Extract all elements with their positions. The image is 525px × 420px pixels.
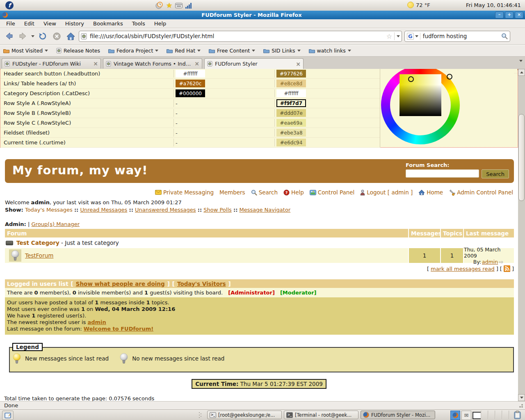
minimize-button[interactable]: – — [495, 11, 504, 18]
star-applet-icon[interactable]: ★ — [166, 2, 172, 9]
resize-grip[interactable] — [519, 403, 524, 408]
show-desktop-button[interactable] — [2, 411, 14, 420]
color-swatch[interactable]: #000000 — [176, 89, 205, 97]
web-search-box[interactable]: G — [404, 31, 510, 42]
nav-search[interactable]: Search — [251, 189, 278, 196]
taskbar-window-terminal-2[interactable]: >_ [Terminal - root@geek... — [284, 411, 358, 419]
saturation-value-square[interactable] — [399, 74, 441, 116]
weather-applet[interactable]: 72 °F — [407, 2, 430, 8]
bookmark-watch-links[interactable]: watch links — [309, 48, 351, 54]
color-wheel[interactable] — [381, 69, 460, 144]
color-swatch[interactable]: #e8ce8d — [276, 80, 306, 87]
firefox-launcher-icon[interactable]: f — [5, 1, 14, 10]
menu-edit[interactable]: Edit — [21, 20, 38, 27]
link-unanswered-messages[interactable]: Unanswered Messages — [135, 207, 196, 213]
stop-button[interactable] — [51, 30, 62, 42]
saturation-marker[interactable] — [408, 76, 414, 82]
nav-home[interactable]: Home — [418, 189, 443, 196]
link-todays-messages[interactable]: Today's Messages — [25, 207, 73, 213]
tab-close-icon[interactable]: × — [194, 60, 199, 67]
color-swatch[interactable]: #ebe3a8 — [276, 129, 306, 137]
tab-close-icon[interactable]: × — [93, 60, 98, 67]
menu-history[interactable]: History — [62, 20, 88, 27]
rss-icon[interactable] — [504, 265, 510, 272]
bookmark-fedora-project[interactable]: Fedora Project — [108, 48, 158, 54]
category-collapse-icon[interactable] — [6, 241, 13, 245]
bookmark-red-hat[interactable]: Red Hat — [167, 48, 201, 54]
url-bar[interactable]: ☆ — [79, 31, 402, 42]
bookmark-release-notes[interactable]: Release Notes — [56, 48, 100, 54]
taskbar-drag-handle[interactable] — [199, 412, 202, 418]
tray-clipboard-icon[interactable] — [514, 411, 521, 419]
tab-fudforum-styler[interactable]: FUDforum Styler × — [204, 58, 304, 69]
home-button[interactable] — [65, 30, 76, 42]
menu-file[interactable]: File — [2, 20, 19, 27]
bookmark-sid-links[interactable]: SID Links — [263, 48, 300, 54]
link-newest-user[interactable]: admin — [87, 319, 106, 325]
link-unread-messages[interactable]: Unread Messages — [80, 207, 127, 213]
forum-link-testforum[interactable]: TestForum — [25, 252, 53, 259]
bookmark-star-icon[interactable]: ☆ — [386, 32, 392, 40]
link-welcome-to-fudforum[interactable]: Welcome to FUDforum! — [84, 326, 153, 332]
tab-fudstyler-wiki[interactable]: FUDstyler - FUDforum Wiki × — [2, 58, 101, 68]
taskbar-window-firefox[interactable]: FUDforum Styler - Mozi... — [361, 411, 435, 419]
forum-search-input[interactable] — [406, 169, 479, 178]
nav-members[interactable]: Members — [219, 189, 245, 196]
scroll-up-button[interactable] — [518, 69, 525, 76]
link-mark-all-read[interactable]: mark all messages read — [431, 266, 495, 272]
color-swatch[interactable]: #977626 — [276, 70, 306, 78]
keyboard-applet-icon[interactable] — [175, 3, 183, 8]
category-name[interactable]: Test Category — [16, 240, 59, 246]
last-message-user[interactable]: admin — [482, 259, 498, 265]
maximize-button[interactable]: + — [505, 11, 514, 18]
search-go-icon[interactable] — [501, 33, 508, 39]
network-signal-icon[interactable] — [185, 2, 192, 9]
tray-mail-icon[interactable]: ✉ — [461, 411, 471, 420]
forum-search-button[interactable]: Search — [482, 169, 509, 178]
bookmark-free-content[interactable]: Free Content — [209, 48, 255, 54]
menu-help[interactable]: Help — [151, 20, 170, 27]
window-titlebar[interactable]: FUDforum Styler - Mozilla Firefox – + × — [0, 11, 525, 19]
clock-applet-icon[interactable] — [155, 1, 163, 9]
link-show-what-people-doing[interactable]: Show what people are doing — [76, 281, 165, 287]
color-swatch[interactable]: #a7620c — [176, 80, 205, 87]
list-all-tabs-chevron[interactable] — [519, 60, 523, 62]
tab-close-icon[interactable]: × — [296, 61, 301, 67]
menu-bookmarks[interactable]: Bookmarks — [89, 20, 127, 27]
color-swatch[interactable]: #e6dc94 — [276, 139, 306, 146]
scrollbar-thumb[interactable] — [518, 114, 525, 201]
bookmark-most-visited[interactable]: Most Visited — [3, 48, 48, 54]
urlbar-dropdown-chevron[interactable] — [397, 35, 400, 37]
menu-tools[interactable]: Tools — [128, 20, 149, 27]
url-input[interactable] — [89, 32, 384, 40]
nav-control-panel[interactable]: Control Panel — [310, 189, 355, 196]
reload-button[interactable] — [37, 30, 48, 42]
color-swatch[interactable]: #ffffff — [276, 89, 306, 97]
hue-marker[interactable] — [447, 74, 452, 80]
tab-vintage-watch-forums[interactable]: Vintage Watch Forums • Inde... × — [103, 58, 202, 68]
nav-logout[interactable]: Logout [ admin ] — [360, 189, 413, 196]
back-button[interactable] — [3, 30, 15, 42]
goto-message-arrow-icon[interactable]: ⇨ — [499, 259, 503, 265]
tray-window-icon[interactable] — [472, 412, 482, 419]
link-message-navigator[interactable]: Message Navigator — [240, 207, 291, 213]
web-search-input[interactable] — [422, 32, 500, 40]
nav-private-messaging[interactable]: Private Messaging — [155, 189, 214, 196]
nav-admin-control-panel[interactable]: Admin Control Panel — [449, 189, 513, 196]
color-swatch[interactable]: #ddd07e — [276, 109, 306, 117]
panel-clock[interactable]: Fri May 10, 01:46:41 — [466, 2, 521, 8]
scroll-down-button[interactable] — [518, 394, 525, 401]
taskbar-window-terminal-1[interactable]: >_ [root@geekslounge:/e... — [207, 411, 282, 419]
link-todays-visitors[interactable]: Today's Visitors — [177, 281, 226, 287]
nav-help[interactable]: ? Help — [283, 189, 304, 196]
forward-button[interactable] — [17, 30, 29, 42]
close-button[interactable]: × — [515, 11, 523, 18]
menu-view[interactable]: View — [40, 20, 60, 27]
vertical-scrollbar[interactable] — [518, 69, 525, 401]
color-swatch[interactable]: #eae69a — [276, 119, 306, 127]
history-dropdown-chevron[interactable] — [31, 35, 34, 37]
link-groups-manager[interactable]: Group(s) Manager — [32, 221, 80, 227]
tray-firefox-icon[interactable] — [450, 411, 460, 420]
color-swatch[interactable]: #ffffff — [176, 70, 205, 78]
search-engine-selector[interactable]: G — [407, 33, 420, 40]
